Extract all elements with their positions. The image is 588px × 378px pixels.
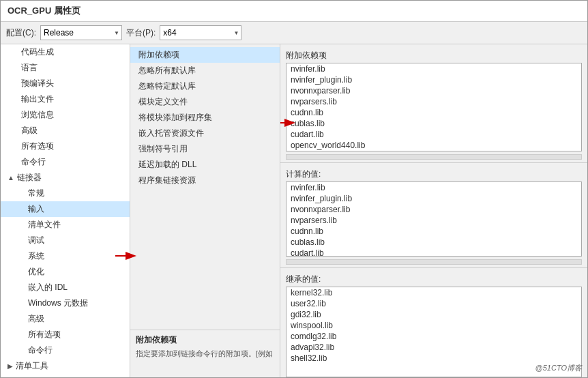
title-bar: OCR_GPU 属性页 bbox=[1, 1, 587, 22]
config-select[interactable]: Release Debug Release DLL bbox=[40, 25, 122, 40]
dep-item-opencv: opencv_world440.lib bbox=[286, 140, 581, 151]
middle-item-additionaldeps[interactable]: 附加依赖项 bbox=[130, 47, 280, 63]
tree-item-language[interactable]: 语言 bbox=[1, 60, 130, 76]
computed-title: 计算的值: bbox=[280, 166, 587, 181]
inh-item-gdi32: gdi32.lib bbox=[286, 309, 581, 320]
comp-item-nvinfer: nvinfer.lib bbox=[286, 182, 581, 193]
tree-group-manifest-tool[interactable]: ▶ 清单工具 bbox=[1, 358, 130, 374]
additional-deps-list[interactable]: nvinfer.lib nvinfer_plugin.lib nvonnxpar… bbox=[286, 63, 582, 151]
platform-select-wrapper: x64 x86 ARM bbox=[160, 25, 241, 40]
additional-deps-scrollbar[interactable] bbox=[286, 154, 582, 160]
inh-item-kernel32: kernel32.lib bbox=[286, 287, 581, 298]
dep-item-cudnn: cudnn.lib bbox=[286, 107, 581, 118]
tree-group-manifest-label: 清单工具 bbox=[16, 360, 48, 372]
left-panel: 代码生成 语言 预编译头 输出文件 浏览信息 高级 所有选项 命令行 ▲ 链接器… bbox=[1, 44, 130, 377]
tree-item-precomp[interactable]: 预编译头 bbox=[1, 76, 130, 91]
window-title: OCR_GPU 属性页 bbox=[8, 5, 80, 16]
middle-item-delaydll[interactable]: 延迟加载的 DLL bbox=[130, 157, 280, 173]
tree-item-advanced2[interactable]: 高级 bbox=[1, 311, 130, 327]
dep-item-nvonnxparser: nvonnxparser.lib bbox=[286, 85, 581, 96]
tree-item-manifest[interactable]: 清单文件 bbox=[1, 217, 130, 233]
tree-item-advanced1[interactable]: 高级 bbox=[1, 123, 130, 139]
middle-item-ignorealldefault[interactable]: 忽略所有默认库 bbox=[130, 63, 280, 78]
config-label: 配置(C): bbox=[6, 27, 36, 39]
tree-item-embeddedidl[interactable]: 嵌入的 IDL bbox=[1, 280, 130, 295]
tree-item-system[interactable]: 系统 bbox=[1, 248, 130, 264]
comp-item-cudnn: cudnn.lib bbox=[286, 226, 581, 237]
comp-item-nvonnxparser: nvonnxparser.lib bbox=[286, 204, 581, 215]
comp-item-nvparsers: nvparsers.lib bbox=[286, 215, 581, 226]
middle-panel: 附加依赖项 忽略所有默认库 忽略特定默认库 模块定义文件 将模块添加到程序集 嵌… bbox=[130, 44, 280, 377]
tree-group-linker-label: 链接器 bbox=[17, 172, 42, 184]
config-select-wrapper: Release Debug Release DLL bbox=[40, 25, 122, 40]
tree-item-alloptions1[interactable]: 所有选项 bbox=[1, 139, 130, 154]
tree-item-input[interactable]: 输入 bbox=[1, 201, 130, 217]
middle-bottom-title: 附加依赖项 bbox=[136, 334, 274, 346]
inh-item-comdlg32: comdlg32.lib bbox=[286, 331, 581, 342]
platform-select[interactable]: x64 x86 ARM bbox=[160, 25, 241, 40]
platform-label: 平台(P): bbox=[126, 27, 156, 39]
inherited-title: 继承的值: bbox=[280, 271, 587, 287]
middle-bottom-desc: 指定要添加到链接命令行的附加项。[例如 bbox=[136, 349, 274, 359]
main-content: 代码生成 语言 预编译头 输出文件 浏览信息 高级 所有选项 命令行 ▲ 链接器… bbox=[1, 44, 587, 377]
comp-item-cudart: cudart.lib bbox=[286, 248, 581, 257]
tree-group-linker[interactable]: ▲ 链接器 bbox=[1, 170, 130, 186]
tree-item-debug[interactable]: 调试 bbox=[1, 233, 130, 248]
additional-deps-title: 附加依赖项 bbox=[280, 47, 587, 63]
tree-arrow-manifest: ▶ bbox=[8, 362, 13, 370]
middle-item-forcesym[interactable]: 强制符号引用 bbox=[130, 141, 280, 157]
tree-item-alloptions2[interactable]: 所有选项 bbox=[1, 327, 130, 343]
tree-item-output[interactable]: 输出文件 bbox=[1, 91, 130, 107]
tree-item-optimize[interactable]: 优化 bbox=[1, 264, 130, 280]
tree-item-cmdline1[interactable]: 命令行 bbox=[1, 154, 130, 170]
inh-item-user32: user32.lib bbox=[286, 298, 581, 309]
toolbar: 配置(C): Release Debug Release DLL 平台(P): … bbox=[1, 22, 587, 44]
middle-item-addtoassembly[interactable]: 将模块添加到程序集 bbox=[130, 110, 280, 126]
inh-item-winspool: winspool.lib bbox=[286, 320, 581, 331]
tree-item-codegen[interactable]: 代码生成 bbox=[1, 44, 130, 60]
comp-item-cublas: cublas.lib bbox=[286, 237, 581, 248]
right-panel: 附加依赖项 nvinfer.lib nvinfer_plugin.lib nvo… bbox=[280, 44, 587, 377]
tree-item-winmeta[interactable]: Windows 元数据 bbox=[1, 295, 130, 311]
dep-item-nvinfer-plugin: nvinfer_plugin.lib bbox=[286, 74, 581, 85]
middle-bottom: 附加依赖项 指定要添加到链接命令行的附加项。[例如 bbox=[130, 330, 280, 377]
comp-item-nvinfer-plugin: nvinfer_plugin.lib bbox=[286, 193, 581, 204]
dep-item-cublas: cublas.lib bbox=[286, 118, 581, 129]
computed-scrollbar[interactable] bbox=[286, 259, 582, 265]
tree-item-browse[interactable]: 浏览信息 bbox=[1, 107, 130, 123]
dep-item-cudart: cudart.lib bbox=[286, 129, 581, 140]
middle-item-embedresource[interactable]: 嵌入托管资源文件 bbox=[130, 126, 280, 141]
tree-arrow-linker: ▲ bbox=[8, 174, 14, 181]
watermark: @51CTO博客 bbox=[535, 363, 582, 373]
middle-item-ignorespecific[interactable]: 忽略特定默认库 bbox=[130, 78, 280, 94]
dep-item-nvinfer: nvinfer.lib bbox=[286, 63, 581, 74]
middle-item-assemblylink[interactable]: 程序集链接资源 bbox=[130, 173, 280, 188]
middle-item-moduledef[interactable]: 模块定义文件 bbox=[130, 94, 280, 110]
middle-list: 附加依赖项 忽略所有默认库 忽略特定默认库 模块定义文件 将模块添加到程序集 嵌… bbox=[130, 44, 280, 330]
inh-item-advapi32: advapi32.lib bbox=[286, 342, 581, 353]
dep-item-nvparsers: nvparsers.lib bbox=[286, 96, 581, 107]
tree-item-general[interactable]: 常规 bbox=[1, 186, 130, 201]
computed-list[interactable]: nvinfer.lib nvinfer_plugin.lib nvonnxpar… bbox=[286, 181, 582, 257]
tree-item-cmdline2[interactable]: 命令行 bbox=[1, 343, 130, 358]
inh-item-shell32: shell32.lib bbox=[286, 353, 581, 364]
